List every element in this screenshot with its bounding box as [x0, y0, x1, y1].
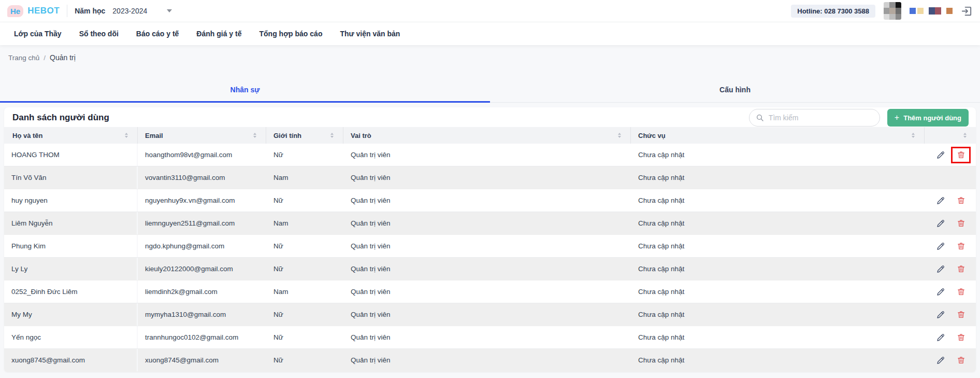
- cell-position: Chưa cập nhật: [631, 166, 925, 189]
- cell-email: liemdinh2k@gmail.com: [138, 281, 266, 303]
- add-user-label: Thêm người dùng: [903, 114, 961, 122]
- column-label: Email: [145, 132, 163, 139]
- column-label: Giới tính: [273, 132, 301, 139]
- cell-email: xuong8745@gmail.com: [138, 349, 266, 371]
- edit-button[interactable]: [932, 284, 949, 300]
- delete-button[interactable]: [952, 284, 971, 300]
- pencil-icon: [936, 333, 945, 342]
- delete-button[interactable]: [952, 238, 971, 255]
- cell-name: xuong8745@gmail.com: [4, 349, 138, 371]
- school-year-value: 2023-2024: [112, 7, 147, 15]
- cell-actions: [925, 303, 976, 326]
- column-header-position: Chức vụ: [631, 127, 925, 144]
- delete-button[interactable]: [952, 261, 971, 277]
- cell-actions: [925, 144, 976, 166]
- cell-name: My My: [4, 303, 138, 326]
- table-row: Phung Kim ngdo.kphung@gmail.com Nữ Quản …: [4, 235, 976, 258]
- cell-email: ngdo.kphung@gmail.com: [138, 235, 266, 257]
- delete-button[interactable]: [952, 306, 971, 323]
- cell-position: Chưa cập nhật: [631, 349, 925, 371]
- edit-button[interactable]: [932, 215, 949, 232]
- cell-actions: [925, 326, 976, 348]
- cell-role: Quản trị viên: [343, 258, 631, 280]
- trash-icon: [957, 310, 965, 319]
- main-nav: Lớp của ThầySổ theo dõiBáo cáo y tếĐánh …: [0, 22, 980, 45]
- column-label: Vai trò: [351, 132, 371, 139]
- edit-button[interactable]: [932, 306, 949, 323]
- delete-button[interactable]: [952, 329, 971, 346]
- delete-button[interactable]: [952, 215, 971, 232]
- sorter-icon[interactable]: [253, 133, 256, 138]
- sorter-icon[interactable]: [125, 133, 128, 138]
- breadcrumb-home[interactable]: Trang chủ: [8, 54, 39, 62]
- cell-email: nguyenhuy9x.vn@gmail.com: [138, 189, 266, 212]
- nav-item-0[interactable]: Lớp của Thầy: [14, 30, 62, 38]
- nav-item-4[interactable]: Tổng hợp báo cáo: [259, 30, 322, 38]
- cell-email: vovantin3110@gmail.com: [138, 166, 266, 189]
- sorter-icon[interactable]: [618, 133, 621, 138]
- edit-button[interactable]: [932, 352, 949, 369]
- trash-icon: [957, 356, 965, 365]
- table-header-row: Họ và tên Email Giới tính Vai trò Chức v…: [4, 127, 976, 144]
- nav-item-1[interactable]: Sổ theo dõi: [79, 30, 119, 38]
- top-header-bar: He HEBOT Năm học 2023-2024 Hotline: 028 …: [0, 0, 980, 22]
- tab-nhan-su[interactable]: Nhân sự: [0, 86, 490, 102]
- table-row: Tín Võ Văn vovantin3110@gmail.com Nam Qu…: [4, 166, 976, 189]
- search-box: [749, 109, 880, 127]
- pencil-icon: [936, 310, 945, 319]
- delete-button[interactable]: [951, 147, 971, 163]
- cell-gender: Nam: [266, 212, 343, 234]
- edit-button[interactable]: [932, 238, 949, 255]
- edit-button[interactable]: [932, 261, 949, 277]
- logout-button[interactable]: [961, 5, 973, 17]
- language-flag-2[interactable]: [929, 7, 941, 15]
- search-input[interactable]: [769, 114, 873, 122]
- language-flag-1[interactable]: [910, 8, 924, 14]
- language-flag-3[interactable]: [946, 8, 953, 14]
- cell-gender: Nam: [266, 281, 343, 303]
- cell-role: Quản trị viên: [343, 326, 631, 348]
- delete-button[interactable]: [952, 192, 971, 209]
- sorter-icon[interactable]: [963, 133, 967, 138]
- tab-cau-hinh[interactable]: Cấu hình: [490, 86, 980, 102]
- cell-email: kieuly20122000@gmail.com: [138, 258, 266, 280]
- cell-actions: [925, 235, 976, 257]
- cell-gender: Nữ: [266, 144, 343, 166]
- cell-email: trannhungoc0102@gmail.com: [138, 326, 266, 348]
- delete-button[interactable]: [952, 352, 971, 369]
- app-logo[interactable]: He HEBOT: [7, 5, 60, 17]
- cell-actions: [925, 349, 976, 371]
- avatar[interactable]: [884, 2, 901, 20]
- cell-name: Yến ngọc: [4, 326, 138, 348]
- hotline-badge: Hotline: 028 7300 3588: [791, 5, 875, 18]
- cell-role: Quản trị viên: [343, 281, 631, 303]
- sorter-icon[interactable]: [330, 133, 334, 138]
- cell-position: Chưa cập nhật: [631, 144, 925, 166]
- edit-button[interactable]: [932, 147, 949, 163]
- add-user-button[interactable]: + Thêm người dùng: [887, 109, 969, 127]
- cell-role: Quản trị viên: [343, 303, 631, 326]
- cell-gender: Nữ: [266, 258, 343, 280]
- pencil-icon: [936, 219, 945, 228]
- cell-actions: [925, 189, 976, 212]
- cell-role: Quản trị viên: [343, 235, 631, 257]
- trash-icon: [957, 196, 965, 205]
- table-row: HOANG THOM hoangthom98vt@gmail.com Nữ Qu…: [4, 144, 976, 166]
- column-header-actions: [925, 127, 976, 144]
- column-label: Chức vụ: [638, 132, 666, 139]
- table-row: xuong8745@gmail.com xuong8745@gmail.com …: [4, 349, 976, 372]
- cell-name: Ly Ly: [4, 258, 138, 280]
- table-row: 0252_Đinh Đức Liêm liemdinh2k@gmail.com …: [4, 281, 976, 303]
- logo-title: HEBOT: [27, 6, 60, 16]
- nav-item-5[interactable]: Thư viện văn bản: [340, 30, 400, 38]
- breadcrumb: Trang chủ / Quản trị: [0, 45, 980, 70]
- cell-role: Quản trị viên: [343, 166, 631, 189]
- sorter-icon[interactable]: [912, 133, 915, 138]
- nav-item-3[interactable]: Đánh giá y tế: [196, 30, 241, 38]
- edit-button[interactable]: [932, 329, 949, 346]
- avatar-image: [884, 2, 901, 20]
- edit-button[interactable]: [932, 192, 949, 209]
- nav-item-2[interactable]: Báo cáo y tế: [136, 30, 179, 38]
- school-year-dropdown[interactable]: 2023-2024: [112, 7, 172, 15]
- cell-name: HOANG THOM: [4, 144, 138, 166]
